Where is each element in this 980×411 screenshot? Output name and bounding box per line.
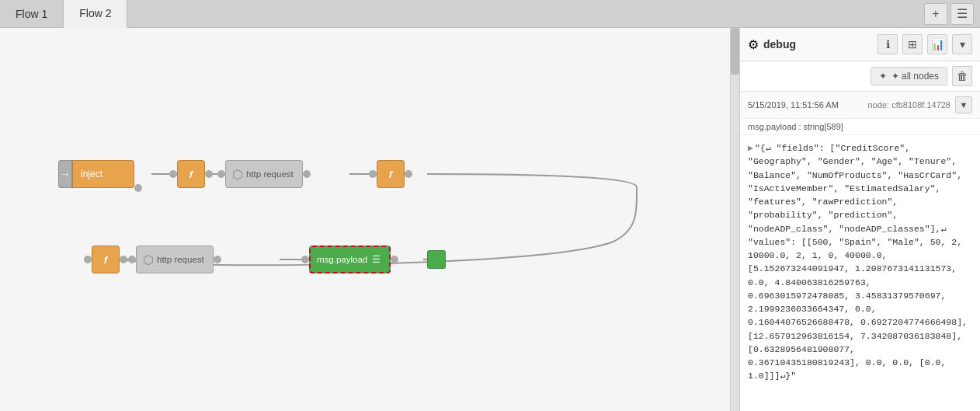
func1-port-left bbox=[169, 170, 177, 178]
func2-body: f bbox=[377, 160, 405, 188]
http2-label: http request bbox=[157, 255, 204, 264]
http1-node[interactable]: ⬡ http request bbox=[217, 160, 311, 188]
debug-list-icon: ☰ bbox=[372, 254, 381, 265]
debug-chart2-button[interactable]: 📊 bbox=[927, 34, 947, 54]
debug-timestamp: 5/15/2019, 11:51:56 AM bbox=[748, 100, 864, 110]
debug-port-left bbox=[301, 256, 309, 263]
debug-panel: ⚙ debug ℹ ⊞ 📊 ▾ ✦ ✦ all nodes 🗑 bbox=[739, 28, 980, 411]
http1-icon: ⬡ bbox=[232, 167, 243, 182]
func1-label: f bbox=[189, 169, 193, 180]
main-content: → inject f ⬡ http request bbox=[0, 28, 980, 411]
debug-msg-node[interactable]: msg.payload ☰ bbox=[301, 246, 398, 273]
http1-body: ⬡ http request bbox=[225, 160, 303, 188]
debug-entry-header: 5/15/2019, 11:51:56 AM node: cfb8108f.14… bbox=[740, 92, 980, 119]
bar-chart-icon: 📊 bbox=[931, 38, 944, 51]
func2-port-right bbox=[405, 170, 412, 178]
func2-port-left bbox=[369, 170, 377, 178]
func1-body: f bbox=[177, 160, 205, 188]
http1-port-left bbox=[217, 170, 225, 178]
func1-port-right bbox=[205, 170, 213, 178]
debug-node-id: node: cfb8108f.14728 bbox=[868, 100, 950, 110]
inject-label: inject bbox=[81, 169, 103, 179]
menu-button[interactable]: ☰ bbox=[950, 3, 974, 25]
expand-arrow-icon: ▼ bbox=[960, 100, 968, 110]
all-nodes-button[interactable]: ✦ ✦ all nodes bbox=[871, 67, 947, 85]
inject-body: inject bbox=[72, 160, 134, 188]
tab-flow1-label: Flow 1 bbox=[16, 8, 47, 20]
trash-icon: 🗑 bbox=[957, 70, 968, 82]
func2-label: f bbox=[389, 169, 392, 180]
http2-node[interactable]: ⬡ http request bbox=[128, 246, 221, 273]
scrollbar-thumb[interactable] bbox=[731, 28, 739, 75]
http2-body: ⬡ http request bbox=[136, 246, 214, 273]
chart-icon: ⊞ bbox=[908, 38, 917, 51]
info-icon: ℹ bbox=[886, 38, 890, 51]
inject-left-block: → bbox=[58, 160, 72, 188]
http1-label: http request bbox=[246, 169, 294, 179]
debug-chart-button[interactable]: ⊞ bbox=[902, 34, 923, 54]
tab-actions: + ☰ bbox=[918, 0, 980, 27]
func3-label: f bbox=[104, 254, 107, 266]
inject-arrow-icon: → bbox=[60, 168, 71, 180]
inject-node[interactable]: → inject bbox=[58, 160, 142, 188]
wires-svg bbox=[0, 28, 730, 411]
inject-port-right bbox=[134, 184, 142, 192]
func3-body: f bbox=[92, 246, 120, 273]
debug-chevron-button[interactable]: ▾ bbox=[952, 34, 972, 54]
canvas-scrollbar[interactable] bbox=[730, 28, 739, 411]
green-square-node[interactable] bbox=[427, 250, 446, 269]
chevron-down-icon: ▾ bbox=[960, 38, 965, 51]
debug-port-right bbox=[391, 256, 398, 263]
all-nodes-label: ✦ all nodes bbox=[891, 71, 939, 82]
debug-header: ⚙ debug ℹ ⊞ 📊 ▾ bbox=[740, 28, 980, 61]
debug-info-button[interactable]: ℹ bbox=[877, 34, 898, 54]
debug-gear-icon: ⚙ bbox=[748, 37, 759, 52]
debug-node-label: msg.payload bbox=[317, 255, 367, 264]
http2-icon: ⬡ bbox=[143, 253, 154, 267]
http2-port-right bbox=[214, 256, 221, 263]
tab-flow1[interactable]: Flow 1 bbox=[0, 0, 64, 27]
function3-node[interactable]: f bbox=[84, 246, 127, 273]
http1-port-right bbox=[303, 170, 311, 178]
debug-panel-title: debug bbox=[763, 38, 873, 51]
filter-icon: ✦ bbox=[879, 71, 887, 82]
clear-debug-button[interactable]: 🗑 bbox=[952, 66, 972, 86]
debug-content[interactable]: ▶"{↵ "fields": ["CreditScore", "Geograph… bbox=[740, 135, 980, 411]
debug-toolbar: ✦ ✦ all nodes 🗑 bbox=[740, 61, 980, 92]
tab-bar: Flow 1 Flow 2 + ☰ bbox=[0, 0, 980, 28]
debug-payload-label: msg.payload : string[589] bbox=[740, 119, 980, 135]
http2-port-left bbox=[128, 256, 136, 263]
debug-entry-expand-button[interactable]: ▼ bbox=[955, 96, 972, 113]
add-tab-button[interactable]: + bbox=[924, 3, 947, 25]
debug-text: "{↵ "fields": ["CreditScore", "Geography… bbox=[748, 143, 968, 381]
function2-node[interactable]: f bbox=[369, 160, 412, 188]
tab-flow2-label: Flow 2 bbox=[79, 7, 111, 19]
expand-arrow[interactable]: ▶ bbox=[748, 141, 753, 155]
flow-canvas[interactable]: → inject f ⬡ http request bbox=[0, 28, 730, 411]
tab-flow2[interactable]: Flow 2 bbox=[64, 0, 127, 28]
function1-node[interactable]: f bbox=[169, 160, 213, 188]
func3-port-right bbox=[120, 256, 127, 263]
debug-body: msg.payload ☰ bbox=[309, 246, 391, 273]
green-square-body bbox=[427, 250, 446, 269]
func3-port-left bbox=[84, 256, 92, 263]
